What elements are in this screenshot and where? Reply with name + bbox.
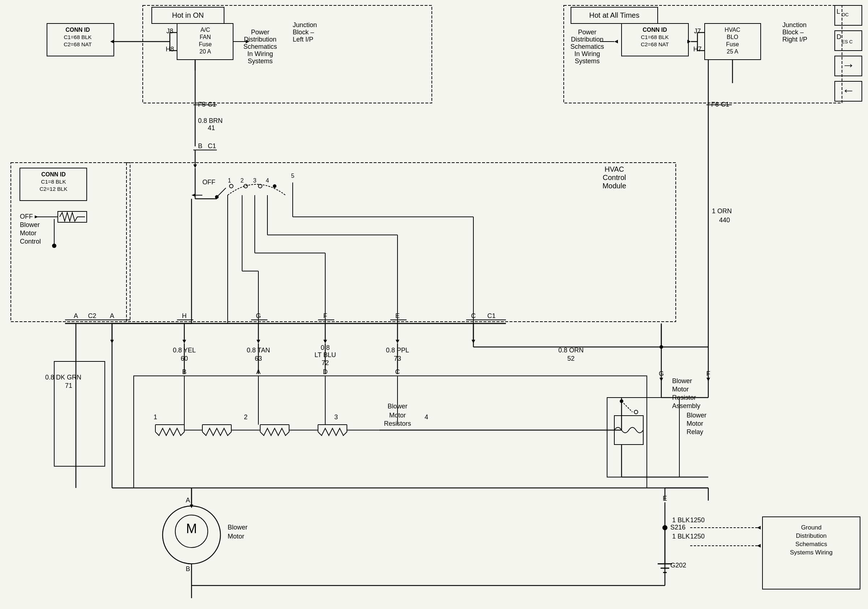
loc-sub: OC xyxy=(842,12,849,17)
blower-relay-label3: Relay xyxy=(687,428,703,435)
switch-pos-2: 2 xyxy=(241,177,244,184)
off-label: OFF xyxy=(20,213,33,220)
hvac-module-label2: Control xyxy=(603,174,626,181)
brn-wire-label1: 0.8 BRN xyxy=(198,117,223,124)
jb-right-label3: Right I/P xyxy=(782,36,807,43)
conn-id-right-top-c1: C1=68 BLK xyxy=(641,34,668,40)
hvac-blo-fuse-label4: 25 A xyxy=(727,48,738,54)
desc-label: D xyxy=(837,33,841,40)
brn-wire-num: 41 xyxy=(208,124,215,132)
power-dist-right-label1: Power xyxy=(578,29,596,36)
switch-pos-4: 4 xyxy=(266,177,269,184)
ac-fan-fuse-label1: A/C xyxy=(201,27,210,33)
jb-left-label2: Block – xyxy=(293,29,314,36)
switch-off-label: OFF xyxy=(202,178,215,186)
conn-id-left-top-title: CONN ID xyxy=(65,27,90,33)
conn-id-left-top-c2: C2=68 NAT xyxy=(64,41,92,47)
ac-fan-fuse-label4: 20 A xyxy=(200,48,211,54)
blower-ctrl-label3: Control xyxy=(20,238,41,245)
ac-fan-fuse-label2: FAN xyxy=(200,34,211,40)
power-dist-left-label5: Systems xyxy=(248,57,273,65)
connector-c-c1: C1 xyxy=(487,312,495,319)
connector-a2: A xyxy=(110,312,114,319)
conn-id-blower-c1: C1=8 BLK xyxy=(41,178,66,185)
left-arrow-icon[interactable]: ← xyxy=(842,83,855,98)
resistor-assembly-label2: Motor xyxy=(672,386,689,393)
switch-pos-5: 5 xyxy=(291,173,294,179)
blower-motor-label1: Blower xyxy=(228,524,248,531)
jb-right-label1: Junction xyxy=(782,21,807,29)
connector-a-c2: A xyxy=(74,312,78,319)
jb-right-label2: Block – xyxy=(782,29,804,36)
conn-id-blower-c2: C2=12 BLK xyxy=(39,186,67,192)
power-dist-right-label5: Systems xyxy=(575,57,600,65)
resistor-assembly-label4: Assembly xyxy=(672,402,700,409)
hvac-blo-fuse-label3: Fuse xyxy=(726,41,739,47)
jb-left-label1: Junction xyxy=(293,21,317,29)
resistor-2-num: 2 xyxy=(244,414,248,421)
resistor-3-num: 3 xyxy=(334,414,338,421)
blk-wire-top-num: 1250 xyxy=(690,516,705,524)
svg-point-53 xyxy=(273,184,276,188)
jb-left-label3: Left I/P xyxy=(293,36,313,43)
resistor-assembly-label1: Blower xyxy=(672,377,692,384)
switch-pos-3: 3 xyxy=(253,177,257,184)
connector-h: H xyxy=(182,312,187,319)
blk-wire-bot-label: 1 BLK xyxy=(672,533,690,540)
s216-label: S216 xyxy=(670,524,685,531)
orn-wire-label1: 1 ORN xyxy=(712,208,732,215)
blk-wire-top-label: 1 BLK xyxy=(672,516,690,524)
b-c1-label-b: B xyxy=(198,143,202,150)
g202-label: G202 xyxy=(670,562,686,569)
conn-id-right-top-c2: C2=68 NAT xyxy=(641,41,669,47)
motor-symbol: M xyxy=(186,521,197,536)
switch-pos-1: 1 xyxy=(228,177,231,184)
hvac-module-label1: HVAC xyxy=(604,165,624,173)
orn-wire-num: 440 xyxy=(719,217,730,224)
blower-relay-label1: Blower xyxy=(687,412,707,419)
ground-dist-label4: Systems Wiring xyxy=(790,549,832,556)
b-c1-label-c1: C1 xyxy=(208,143,216,150)
ground-dist-label3: Schematics xyxy=(795,541,827,547)
desc-sub: ES C xyxy=(842,39,852,45)
power-dist-left-label2: Distribution xyxy=(244,36,276,43)
ground-dist-label1: Ground xyxy=(801,524,822,531)
blower-motor-label2: Motor xyxy=(228,533,244,540)
power-dist-left-label4: In Wiring xyxy=(247,50,273,57)
resistor-1-num: 1 xyxy=(153,414,157,421)
diagram-container: L OC D ES C → ← Hot in ON Hot at All Tim… xyxy=(0,0,868,609)
orn-small-wire-label: 0.8 ORN xyxy=(558,347,584,354)
hvac-blo-fuse-label1: HVAC xyxy=(725,27,740,33)
loc-label: L xyxy=(837,8,840,15)
svg-point-108 xyxy=(659,345,663,349)
motor-b-connector: B xyxy=(186,565,190,572)
power-dist-left-label1: Power xyxy=(251,29,269,36)
power-dist-left-label3: Schematics xyxy=(243,43,277,50)
hvac-module-label3: Module xyxy=(602,182,626,190)
conn-id-blower-title: CONN ID xyxy=(41,171,66,177)
conn-id-right-top-title: CONN ID xyxy=(643,27,667,33)
hvac-blo-fuse-label2: BLO xyxy=(727,34,738,40)
hot-at-all-times-label: Hot at All Times xyxy=(589,11,640,19)
hot-in-on-label: Hot in ON xyxy=(172,11,204,19)
ac-fan-fuse-label3: Fuse xyxy=(199,41,212,47)
motor-a-connector: A xyxy=(186,497,190,504)
blk-wire-bot-num: 1250 xyxy=(690,533,705,540)
connector-c2-label: C2 xyxy=(88,312,96,319)
power-dist-right-label2: Distribution xyxy=(571,36,603,43)
ground-dist-label2: Distribution xyxy=(796,532,826,539)
dk-grn-wire-num: 71 xyxy=(65,382,72,389)
blower-relay-label2: Motor xyxy=(687,420,703,427)
power-dist-right-label3: Schematics xyxy=(570,43,604,50)
right-arrow-icon[interactable]: → xyxy=(842,57,855,72)
orn-small-wire-num: 52 xyxy=(567,355,575,362)
blower-ctrl-label1: Blower xyxy=(20,221,40,228)
resistor-4-num: 4 xyxy=(425,414,428,421)
power-dist-right-label4: In Wiring xyxy=(574,50,600,57)
conn-id-left-top-c1: C1=68 BLK xyxy=(64,34,91,40)
blower-ctrl-label2: Motor xyxy=(20,229,37,237)
